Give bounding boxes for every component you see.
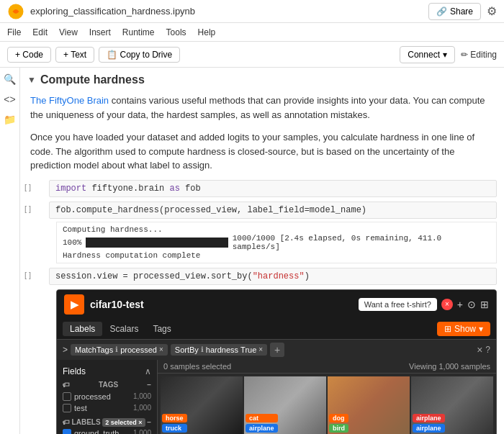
code-cell-3: [ ] session.view = processed_view.sort_b… (20, 266, 504, 286)
fo-header: ▶ cifar10-test Want a free t-shirt? × + … (57, 290, 496, 319)
menu-tools[interactable]: Tools (166, 27, 186, 37)
cell-bracket-2: [ ] (20, 202, 49, 216)
label-ground-truth-checkbox[interactable] (63, 429, 71, 435)
progress-detail: 1000/1000 [2.4s elapsed, 0s remaining, 4… (233, 234, 490, 251)
grid-item-3[interactable]: dog bird (328, 376, 410, 434)
grid-labels-1: horse truck (162, 414, 187, 433)
fo-main: 0 samples selected Viewing 1,000 samples… (158, 360, 496, 435)
tags-collapse-icon[interactable]: − (147, 381, 151, 389)
search-icon[interactable]: 🔍 (4, 73, 16, 85)
tshirt-button[interactable]: Want a free t-shirt? (359, 298, 437, 311)
tags-section-header: 🏷 TAGS − (63, 381, 151, 389)
label-ground-truth-item: ground_truth 1,000 (63, 429, 151, 435)
sidebar-collapse-icon[interactable]: ∧ (145, 366, 151, 376)
code-content-2[interactable]: fob.compute_hardness(processed_view, lab… (49, 202, 497, 219)
fo-sidebar-header: Fields ∧ (57, 364, 157, 379)
tab-tags[interactable]: Tags (145, 322, 178, 336)
filter-help-icon[interactable]: ? (485, 345, 490, 355)
add-text-button[interactable]: + Text (55, 47, 94, 63)
tag-processed-item: processed 1,000 (63, 391, 151, 402)
output-line3: Hardness computation complete (63, 251, 490, 260)
menu-help[interactable]: Help (198, 27, 216, 37)
show-grid-icon: ⊞ (444, 324, 451, 334)
code-content-3[interactable]: session.view = processed_view.sort_by("h… (49, 268, 497, 285)
tag-test-item: test 1,000 (63, 402, 151, 414)
cell-bracket-1: [ ] (20, 180, 49, 194)
filter-tag-sortby: SortBy ℹ hardness True × (171, 344, 267, 356)
sortby-info-icon[interactable]: ℹ (201, 345, 204, 353)
add-code-button[interactable]: + Code (7, 47, 51, 63)
fiftyone-brain-link[interactable]: The FiftyOne Brain (30, 95, 109, 106)
menu-insert[interactable]: Insert (89, 27, 111, 37)
add-panel-icon[interactable]: + (457, 299, 463, 310)
grid-item-4[interactable]: airplane airplane (411, 376, 493, 434)
notebook-wrapper: 🔍 <> 📁 ▼ Compute hardness The FiftyOne B… (0, 68, 504, 434)
tab-labels[interactable]: Labels (63, 322, 102, 336)
grid-item-1[interactable]: horse truck (161, 376, 243, 434)
add-filter-icon[interactable]: + (270, 343, 284, 357)
fo-logo-area: ▶ cifar10-test (64, 294, 144, 315)
fo-status-bar: 0 samples selected Viewing 1,000 samples (158, 360, 496, 374)
close-popup-icon[interactable]: × (441, 299, 453, 310)
paragraph2-text: Once you have loaded your dataset and ad… (30, 132, 474, 171)
menu-runtime[interactable]: Runtime (122, 27, 155, 37)
label-badge-horse-4: airplane (413, 414, 445, 422)
section-collapse-arrow[interactable]: ▼ (27, 75, 36, 85)
files-icon[interactable]: 📁 (4, 114, 16, 125)
menu-edit[interactable]: Edit (32, 27, 48, 37)
matchtags-remove-icon[interactable]: × (159, 345, 163, 353)
samples-viewing-label: Viewing 1,000 samples (409, 362, 490, 371)
tag-processed-checkbox[interactable] (63, 392, 71, 401)
toolbar: + Code + Text 📋 Copy to Drive Connect ▾ … (0, 42, 504, 68)
code-cell-1: [ ] import fiftyone.brain as fob (20, 178, 504, 199)
label-badge-airplane-4: airplane (413, 424, 445, 433)
grid-icon[interactable]: ⊞ (480, 299, 489, 310)
label-badge-horse: horse (162, 414, 187, 422)
labels-selected-badge[interactable]: 2 selected × (102, 418, 145, 427)
show-button[interactable]: ⊞ Show ▾ (437, 322, 490, 336)
menu-view[interactable]: View (59, 27, 78, 37)
code-content-1[interactable]: import fiftyone.brain as fob (49, 180, 497, 197)
labels-collapse-icon[interactable]: − (147, 418, 151, 426)
copy-to-drive-button[interactable]: 📋 Copy to Drive (99, 47, 180, 63)
grid-item-2[interactable]: cat airplane (244, 376, 326, 434)
github-icon[interactable]: ⊙ (467, 299, 476, 310)
output-block: Computing hardness... 100% 1000/1000 [2.… (56, 222, 497, 263)
label-badge-cat: cat (246, 414, 278, 422)
toolbar-right: Connect ▾ ✏ Editing (400, 46, 497, 63)
samples-selected-label: 0 samples selected (163, 362, 231, 371)
notebook-title: exploring_classification_hardness.ipynb (30, 6, 195, 17)
grid-labels-4: airplane airplane (413, 414, 445, 433)
label-badge-bird: bird (329, 424, 348, 433)
connect-button[interactable]: Connect ▾ (400, 46, 455, 63)
filter-nav-arrow[interactable]: > (63, 345, 68, 355)
editing-status: ✏ Editing (461, 50, 497, 60)
fo-filter-bar: > MatchTags ℹ processed × SortBy ℹ hardn… (57, 340, 496, 360)
label-badge-truck: truck (162, 424, 187, 433)
code-icon[interactable]: <> (4, 94, 15, 105)
main-notebook: ▼ Compute hardness The FiftyOne Brain co… (20, 68, 504, 434)
fo-body: Fields ∧ 🏷 TAGS − processed 1,000 (57, 360, 496, 435)
text-block-2: Once you have loaded your dataset and ad… (20, 126, 504, 177)
fo-tags-section: 🏷 TAGS − processed 1,000 test 1,0 (57, 379, 157, 416)
tag-test-checkbox[interactable] (63, 404, 71, 412)
sortby-remove-icon[interactable]: × (258, 345, 263, 353)
share-button[interactable]: 🔗 Share (428, 3, 481, 20)
labels-section-header: 🏷 LABELS 2 selected × − (63, 418, 151, 427)
menu-bar: File Edit View Insert Runtime Tools Help (0, 23, 504, 42)
menu-file[interactable]: File (7, 27, 21, 37)
settings-icon[interactable]: ⚙ (487, 4, 497, 18)
top-bar-right: 🔗 Share ⚙ (428, 3, 497, 20)
left-sidebar-icons: 🔍 <> 📁 (0, 68, 20, 434)
tab-scalars[interactable]: Scalars (102, 322, 145, 336)
fo-labels-section: 🏷 LABELS 2 selected × − ground_truth 1,0… (57, 416, 157, 435)
output-line1: Computing hardness... (63, 225, 490, 234)
chevron-down-icon: ▾ (443, 50, 447, 60)
fiftyone-embed: ▶ cifar10-test Want a free t-shirt? × + … (56, 289, 497, 435)
filter-bar-close-icon[interactable]: × (477, 344, 482, 356)
cell-bracket-3: [ ] (20, 268, 49, 282)
matchtags-info-icon[interactable]: ℹ (115, 345, 118, 353)
section-header: ▼ Compute hardness (20, 68, 504, 89)
fo-sidebar: Fields ∧ 🏷 TAGS − processed 1,000 (57, 360, 158, 435)
section-title: Compute hardness (40, 73, 145, 86)
